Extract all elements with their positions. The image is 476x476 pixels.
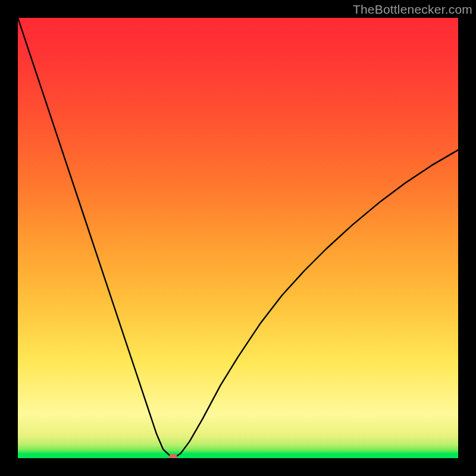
bottleneck-curve bbox=[18, 18, 458, 457]
plot-area bbox=[18, 18, 458, 458]
plot-svg bbox=[18, 18, 458, 458]
watermark-text: TheBottlenecker.com bbox=[353, 2, 472, 17]
optimal-point-marker bbox=[169, 454, 177, 458]
chart-frame: TheBottlenecker.com bbox=[0, 0, 476, 476]
